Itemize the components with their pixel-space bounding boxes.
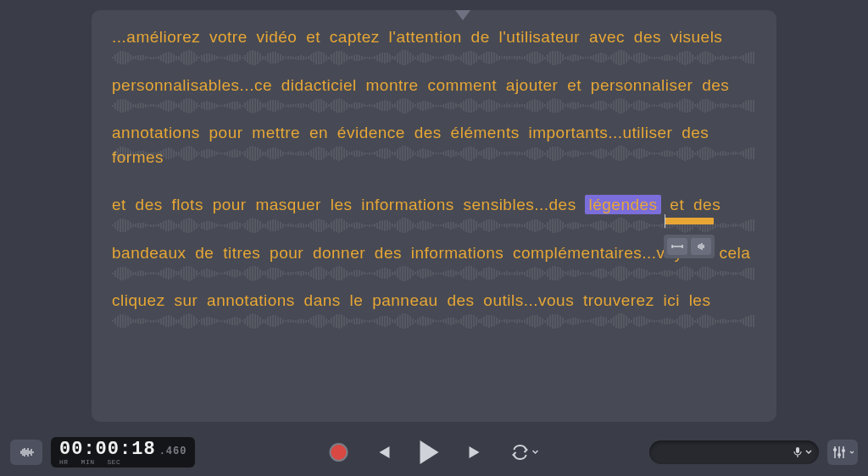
transcript-text[interactable]: et des flots pour masquer les informatio… [112,195,721,214]
transcript-segment[interactable]: et des flots pour masquer les informatio… [112,196,585,213]
audio-selection-button[interactable] [691,238,711,255]
timecode-seconds: 18 [131,440,155,459]
line-waveform [112,97,756,114]
line-waveform [112,217,756,234]
selected-word[interactable]: légendes [585,195,660,214]
playback-toolbar: 00:00:18.460 HR MIN SEC [0,429,868,476]
right-controls [649,440,858,465]
skip-back-icon [375,445,392,460]
transcript-line[interactable]: et des flots pour masquer les informatio… [112,193,756,218]
transcript-text[interactable]: ...améliorez votre vidéo et captez l'att… [112,28,722,46]
svg-point-2 [837,453,841,457]
timecode-label-sec: SEC [108,459,121,466]
selection-toolbar [664,235,715,258]
line-waveform [112,313,756,329]
loop-button[interactable] [511,445,539,460]
previous-button[interactable] [374,443,392,462]
waveform-icon [18,446,35,458]
trim-selection-button[interactable] [667,238,687,255]
sliders-icon [832,446,847,459]
waveform-toggle-button[interactable] [10,440,42,465]
chevron-down-icon [849,451,854,455]
transcript-text[interactable]: personnalisables...ce didacticiel montre… [112,76,729,94]
transcript-line[interactable]: bandeaux de titres pour donner des infor… [112,241,756,266]
line-waveform [112,49,756,66]
timecode-label-min: MIN [81,459,95,466]
audio-level-meter[interactable] [649,440,819,464]
timecode-display[interactable]: 00:00:18.460 HR MIN SEC [51,437,195,468]
svg-point-3 [842,449,845,452]
timecode-label-hr: HR [59,459,69,466]
transcript-line[interactable]: cliquez sur annotations dans le panneau … [112,289,756,313]
timecode-hours: 00 [59,440,83,459]
mixer-button[interactable] [827,440,858,465]
transcript-line[interactable]: ...améliorez votre vidéo et captez l'att… [112,25,756,50]
transcript-line[interactable]: personnalisables...ce didacticiel montre… [112,74,756,98]
skip-forward-icon [468,445,485,460]
transcript-line[interactable]: annotations pour mettre en évidence des … [112,121,756,169]
transcript-panel: ...améliorez votre vidéo et captez l'att… [92,10,776,422]
selection-waveform [665,218,714,224]
play-button[interactable] [418,440,442,464]
next-button[interactable] [467,443,486,462]
mic-dropdown[interactable] [793,446,812,458]
play-icon [420,440,439,464]
transcript-segment[interactable]: et des [661,196,721,213]
line-waveform [112,265,756,282]
transcript-text[interactable]: cliquez sur annotations dans le panneau … [112,291,710,309]
loop-icon [511,445,530,460]
timecode-ms: .460 [159,446,187,457]
record-button[interactable] [330,443,348,462]
microphone-icon [793,446,803,458]
line-waveform [112,145,756,162]
transcript-text[interactable]: bandeaux de titres pour donner des infor… [112,244,750,262]
chevron-down-icon [805,450,812,455]
svg-rect-0 [796,447,799,453]
timecode-minutes: 00 [96,440,120,459]
svg-point-1 [833,448,837,451]
chevron-down-icon [532,450,539,455]
transport-controls [330,440,539,464]
